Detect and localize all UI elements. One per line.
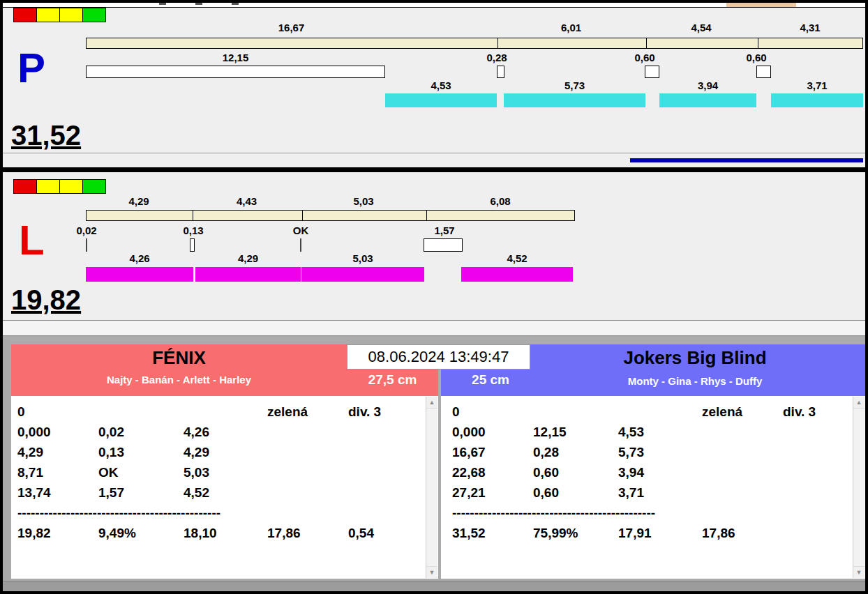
- division-cell: div. 3: [348, 402, 438, 422]
- result-row: 0,000 12,15 4,53: [441, 422, 865, 442]
- cell: OK: [98, 462, 184, 482]
- card-cell: zelená: [702, 402, 783, 422]
- cell: 3,71: [618, 482, 702, 503]
- total-row: 31,52 75,99% 17,91 17,86: [441, 523, 865, 543]
- window-tab-mark: [159, 3, 166, 5]
- result-row: 0,000 0,02 4,26: [11, 422, 438, 442]
- exchange-time-bar: [756, 66, 771, 78]
- result-row: 4,29 0,13 4,29: [11, 442, 438, 462]
- exchange-time-label: 0,13: [172, 224, 214, 236]
- run-time-label: 4,29: [195, 252, 301, 264]
- exchange-time-bar: [424, 238, 463, 252]
- yellow-light: [36, 8, 60, 22]
- team-right-name: Jokers Big Blind: [530, 347, 860, 369]
- right-lane-label: P: [17, 47, 45, 89]
- cell: 19,82: [17, 523, 98, 543]
- scroll-up-button[interactable]: ▲: [426, 397, 437, 409]
- team-left-scrollbar[interactable]: ▲ ▼: [426, 397, 437, 578]
- cell: 0,60: [533, 482, 618, 503]
- window-tab-mark: [195, 3, 202, 5]
- cell: 3,94: [618, 462, 702, 482]
- exchange-time-tick: [300, 238, 301, 252]
- run-time-label: 5,03: [301, 252, 424, 264]
- right-lane-top-border: [3, 7, 865, 8]
- scroll-up-icon: ▲: [429, 399, 435, 406]
- run-time-label: 4,53: [385, 79, 497, 91]
- cell: 0,60: [533, 462, 618, 482]
- run-time-bar: [771, 93, 863, 107]
- team-left-members: Najty - Banán - Arlett - Harley: [11, 374, 347, 386]
- team-left-jump-height: 27,5 cm: [347, 372, 438, 388]
- cell: 9,49%: [98, 523, 184, 543]
- window-tab-mark: [232, 3, 239, 5]
- team-right-results: 0 zelená div. 3 0,000 12,15 4,53 16,67 0…: [441, 396, 865, 579]
- leg-bar-segment: [646, 38, 758, 48]
- cell: 13,74: [17, 482, 98, 503]
- leg-time-label: 4,29: [86, 195, 192, 207]
- run-time-bar: [659, 93, 756, 107]
- exchange-time-label: 12,15: [86, 52, 385, 63]
- result-row: 16,67 0,28 5,73: [441, 442, 865, 462]
- yellow-light: [59, 179, 83, 194]
- cell: 5,73: [618, 442, 702, 462]
- scroll-up-button[interactable]: ▲: [853, 397, 865, 409]
- leg-time-label: 6,01: [497, 22, 645, 33]
- cell: 0,28: [533, 442, 618, 462]
- leg-bar-left-lane: [86, 210, 575, 221]
- left-lane-progress-strip: [3, 320, 865, 336]
- cell: 18,10: [184, 523, 267, 543]
- cell-empty: [184, 402, 267, 422]
- run-time-bar: [504, 93, 645, 107]
- leg-bar-right-lane: [86, 38, 863, 49]
- exchange-time-label: 1,57: [424, 224, 465, 236]
- exchange-time-bar: [497, 66, 504, 78]
- cell: 17,86: [702, 523, 783, 543]
- leg-time-label: 4,31: [757, 22, 863, 33]
- exchange-time-bar: [190, 238, 195, 252]
- team-right-scrollbar[interactable]: ▲ ▼: [853, 397, 865, 578]
- run-time-label: 4,26: [86, 252, 193, 264]
- cell-empty: [618, 402, 702, 422]
- team-left-name: FÉNIX: [11, 347, 347, 369]
- cell: 22,68: [452, 462, 533, 482]
- exchange-time-bar: [86, 66, 385, 78]
- cell: 5,03: [184, 462, 267, 482]
- status-row: 0 zelená div. 3: [11, 402, 438, 422]
- progress-bar: [630, 158, 863, 162]
- run-time-label: 3,94: [659, 79, 756, 91]
- start-lights-right-lane: [14, 8, 106, 22]
- total-row: 19,82 9,49% 18,10 17,86 0,54: [11, 523, 438, 543]
- run-time-bar: [301, 267, 424, 282]
- exchange-time-tick: [86, 238, 87, 252]
- yellow-light: [36, 179, 60, 194]
- scroll-down-icon: ▼: [856, 569, 862, 576]
- cell: 4,52: [184, 482, 267, 503]
- cell: 0,13: [98, 442, 184, 462]
- leg-bar-segment: [302, 211, 426, 220]
- run-time-label: 4,52: [461, 252, 573, 264]
- cell: 17,91: [618, 523, 702, 543]
- cell: 4,29: [17, 442, 98, 462]
- leg-time-label: 4,54: [645, 22, 757, 33]
- cell: 12,15: [533, 422, 618, 442]
- scroll-down-button[interactable]: ▼: [426, 566, 437, 578]
- red-light: [13, 179, 37, 194]
- cell: 4,53: [618, 422, 702, 442]
- team-right-members: Monty - Gina - Rhys - Duffy: [530, 375, 860, 387]
- run-time-label: 5,73: [504, 79, 645, 91]
- run-time-label: 3,71: [771, 79, 863, 91]
- leg-time-label: 16,67: [86, 22, 497, 33]
- exchange-time-label: 0,28: [476, 52, 518, 63]
- green-light: [82, 179, 106, 194]
- cell: 75,99%: [533, 523, 618, 543]
- cell-empty: [533, 402, 618, 422]
- exchange-time-label: 0,02: [66, 224, 107, 236]
- leg-bar-segment: [758, 38, 862, 48]
- separator: ----------------------------------------…: [17, 503, 220, 523]
- exchange-time-bar: [645, 66, 659, 78]
- cell: 0,000: [452, 422, 533, 442]
- scroll-down-button[interactable]: ▼: [853, 566, 865, 578]
- leg-bar-segment: [193, 211, 302, 220]
- scroll-down-icon: ▼: [429, 569, 435, 576]
- cell: 1,57: [98, 482, 184, 503]
